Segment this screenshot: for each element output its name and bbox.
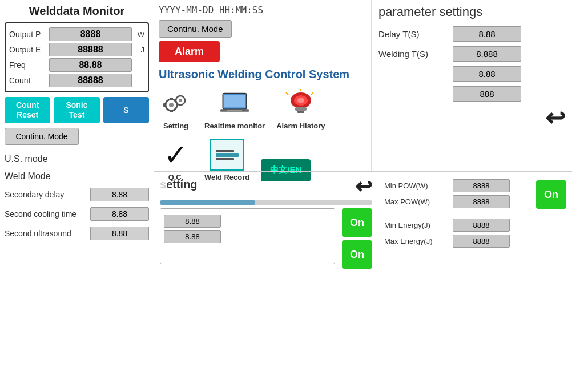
secondary-delay-label: Secondary delay [5, 190, 90, 199]
realtime-monitor-label: Realtime monitor [204, 122, 265, 130]
delay-t-row: Delay T(S) 8.88 [378, 26, 565, 42]
right-panel: YYYY-MM-DD HH:MM:SS Continu. Mode Alarm … [154, 0, 572, 392]
svg-line-23 [286, 92, 288, 95]
second-cooling-row: Second cooling time 8.88 [5, 207, 149, 221]
alarm-button[interactable]: Alarm [159, 41, 220, 62]
min-energy-row: Min Energy(J) 8888 [384, 219, 566, 232]
welddata-title: Welddata Monitor [5, 5, 149, 18]
alarm-history-icon [284, 88, 318, 119]
continu-mode-button-left[interactable]: Continu. Mode [5, 128, 79, 145]
us-system-title: Ultrasonic Welding Control System [159, 68, 349, 81]
output-e-unit: J [132, 46, 144, 54]
svg-rect-13 [224, 95, 245, 107]
setting-label: Setting [163, 122, 188, 130]
param-settings-title: parameter settings [378, 5, 565, 19]
svg-rect-8 [179, 95, 182, 96]
setting-val-2: 8.88 [164, 230, 221, 243]
freq-row: Freq 88.88 [9, 58, 144, 72]
bottom-area: setting ↩ 8.88 8.88 [154, 171, 572, 392]
ps-row-4: 888 [378, 86, 565, 102]
second-ultrasound-row: Second ultrasound 8.88 [5, 227, 149, 240]
secondary-delay-value: 8.88 [90, 188, 149, 201]
nav-realtime[interactable]: Realtime monitor [204, 88, 265, 130]
divider [384, 215, 566, 215]
output-p-label: Output P [9, 30, 49, 39]
setting-panel-title: setting [160, 178, 198, 191]
svg-rect-5 [170, 110, 173, 112]
bottom-right-panel: Min POW(W) 8888 Max POW(W) 8888 On Min E… [378, 172, 572, 392]
progress-bar [160, 200, 372, 205]
min-energy-value: 8888 [453, 219, 510, 232]
s-button[interactable]: S [103, 97, 149, 123]
svg-rect-10 [175, 99, 176, 102]
delay-t-value: 8.88 [453, 26, 521, 42]
setting-val-1: 8.88 [164, 215, 221, 228]
max-energy-row: Max Energy(J) 8888 [384, 235, 566, 248]
output-p-value: 8888 [49, 27, 132, 41]
on-button-3[interactable]: On [536, 180, 566, 209]
alarm-history-label: Alarm History [276, 122, 325, 130]
svg-rect-9 [179, 104, 182, 106]
freq-value: 88.88 [49, 58, 132, 72]
min-pow-label: Min POW(W) [384, 181, 453, 190]
back-arrow-top[interactable]: ↩ [545, 106, 565, 130]
svg-rect-15 [227, 110, 243, 111]
svg-rect-11 [184, 99, 186, 102]
output-e-label: Output E [9, 45, 49, 54]
count-reset-button[interactable]: CountReset [5, 97, 50, 123]
max-energy-label: Max Energy(J) [384, 237, 453, 245]
us-mode-label: U.S. mode [5, 154, 149, 164]
svg-rect-20 [297, 111, 304, 113]
svg-rect-7 [176, 103, 178, 107]
nav-setting[interactable]: Setting [159, 88, 193, 130]
realtime-monitor-icon [217, 88, 252, 119]
svg-point-3 [179, 99, 182, 102]
svg-rect-19 [295, 107, 307, 111]
output-e-value: 88888 [49, 43, 132, 56]
second-cooling-value: 8.88 [90, 207, 149, 221]
svg-line-22 [311, 92, 313, 95]
second-ultrasound-value: 8.88 [90, 227, 149, 240]
freq-label: Freq [9, 60, 49, 70]
setting-row-1: 8.88 [164, 215, 331, 228]
output-p-row: Output P 8888 W [9, 27, 144, 41]
second-cooling-label: Second cooling time [5, 209, 90, 219]
setting-group-container: 8.88 8.88 On On [160, 208, 372, 269]
delay-t-label: Delay T(S) [378, 29, 453, 39]
count-label: Count [9, 76, 49, 85]
on-buttons-col: On On [339, 208, 372, 269]
top-area: YYYY-MM-DD HH:MM:SS Continu. Mode Alarm … [154, 0, 572, 171]
welding-t-value: 8.888 [453, 46, 521, 62]
bottom-left-panel: setting ↩ 8.88 8.88 [154, 172, 378, 392]
welding-t-label: Welding T(S) [378, 49, 453, 59]
nav-alarm-history[interactable]: Alarm History [276, 88, 325, 130]
on-button-2[interactable]: On [342, 240, 372, 269]
param-settings-panel: parameter settings Delay T(S) 8.88 Weldi… [371, 0, 572, 171]
output-p-unit: W [132, 30, 144, 39]
ps-value-3: 8.88 [453, 66, 521, 82]
max-energy-value: 8888 [453, 235, 510, 248]
min-pow-row: Min POW(W) 8888 [384, 179, 529, 192]
svg-rect-6 [163, 103, 166, 107]
on-button-1[interactable]: On [342, 208, 372, 237]
setting-icon [159, 88, 193, 119]
min-pow-value: 8888 [453, 179, 510, 192]
ps-row-3: 8.88 [378, 66, 565, 82]
nav-icons-row1: Setting Realt [159, 88, 325, 130]
svg-point-1 [169, 103, 174, 107]
max-pow-row: Max POW(W) 8888 [384, 195, 529, 208]
max-pow-value: 8888 [453, 195, 510, 208]
back-arrow-bottom[interactable]: ↩ [355, 176, 372, 197]
ps-value-4: 888 [453, 86, 521, 102]
qc-icon: ✓ [159, 139, 193, 171]
svg-point-18 [297, 98, 304, 103]
secondary-delay-row: Secondary delay 8.88 [5, 188, 149, 201]
sonic-test-button[interactable]: SonicTest [54, 97, 99, 123]
weld-mode-label: Weld Mode [5, 171, 149, 181]
data-table: Output P 8888 W Output E 88888 J Freq 88… [5, 22, 149, 92]
svg-rect-4 [170, 98, 173, 100]
progress-bar-fill [160, 200, 255, 205]
setting-row-2: 8.88 [164, 230, 331, 243]
datetime-display: YYYY-MM-DD HH:MM:SS [159, 5, 263, 15]
continu-mode-button-center[interactable]: Continu. Mode [159, 20, 232, 38]
